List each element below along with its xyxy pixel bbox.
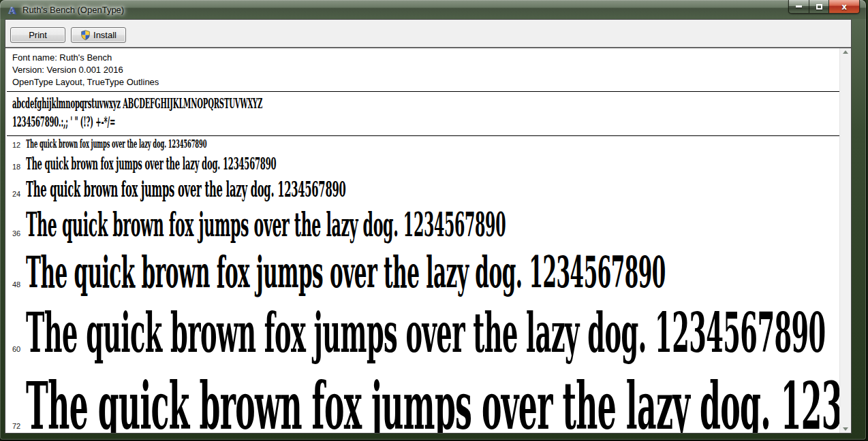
- minimize-icon: [796, 5, 802, 7]
- pangram-text: The quick brown fox jumps over the lazy …: [26, 154, 276, 174]
- scroll-up-icon[interactable]: [843, 50, 848, 54]
- sample-text: The quick brown fox jumps over the lazy …: [26, 368, 839, 433]
- sample-text: The quick brown fox jumps over the lazy …: [26, 176, 722, 202]
- pangram-text: The quick brown fox jumps over the lazy …: [26, 206, 506, 244]
- print-button[interactable]: Print: [10, 27, 65, 43]
- glyph-letters-text: abcdefghijklmnopqrstuvwxyz ABCDEFGHIJKLM…: [12, 95, 262, 113]
- svg-text:A: A: [10, 5, 17, 16]
- size-label: 12: [7, 141, 26, 149]
- sample-text: The quick brown fox jumps over the lazy …: [26, 301, 839, 365]
- font-viewer-icon: A A: [7, 4, 18, 16]
- sample-row: 24 The quick brown fox jumps over the la…: [7, 176, 839, 206]
- sample-row: 36 The quick brown fox jumps over the la…: [7, 206, 839, 246]
- pangram-text: The quick brown fox jumps over the lazy …: [26, 176, 345, 202]
- titlebar[interactable]: A A Ruth's Bench (OpenType) x: [0, 0, 866, 19]
- client-area: Print Install: [5, 19, 852, 434]
- sample-text: The quick brown fox jumps over the lazy …: [26, 246, 839, 297]
- desktop-background: A A Ruth's Bench (OpenType) x Print: [0, 0, 868, 441]
- size-label: 72: [7, 422, 26, 430]
- maximize-button[interactable]: [809, 0, 829, 14]
- close-button[interactable]: x: [829, 0, 860, 14]
- close-icon: x: [841, 3, 847, 11]
- sample-text: The quick brown fox jumps over the lazy …: [26, 154, 547, 174]
- pangram-text: The quick brown fox jumps over the lazy …: [26, 246, 666, 297]
- minimize-button[interactable]: [788, 0, 809, 14]
- sample-row: 12 The quick brown fox jumps over the la…: [7, 137, 839, 154]
- install-button[interactable]: Install: [71, 27, 126, 43]
- pangram-text: The quick brown fox jumps over the lazy …: [26, 368, 839, 433]
- sample-text: The quick brown fox jumps over the lazy …: [26, 137, 373, 150]
- size-label: 36: [7, 229, 26, 238]
- glyph-samples-section: abcdefghijklmnopqrstuvwxyz ABCDEFGHIJKLM…: [7, 92, 839, 136]
- glyph-letters-line: abcdefghijklmnopqrstuvwxyz ABCDEFGHIJKLM…: [12, 95, 839, 113]
- size-label: 48: [7, 280, 26, 289]
- size-label: 24: [7, 190, 26, 198]
- font-preview-pane: Font name: Ruth's Bench Version: Version…: [5, 48, 839, 433]
- uac-shield-icon: [80, 30, 91, 40]
- pangram-text: The quick brown fox jumps over the lazy …: [26, 301, 826, 365]
- sample-row: 72 The quick brown fox jumps over the la…: [7, 368, 839, 433]
- font-info-section: Font name: Ruth's Bench Version: Version…: [7, 50, 839, 92]
- pangram-text: The quick brown fox jumps over the lazy …: [26, 137, 206, 150]
- sample-row: 48 The quick brown fox jumps over the la…: [7, 246, 839, 301]
- size-label: 18: [7, 163, 26, 171]
- install-button-label: Install: [93, 30, 117, 40]
- font-layout-line: OpenType Layout, TrueType Outlines: [12, 76, 839, 88]
- glyph-numbers-text: 1234567890.:,; ' " (!?) +-*/=: [12, 113, 115, 131]
- font-viewer-window: A A Ruth's Bench (OpenType) x Print: [0, 0, 866, 440]
- glyph-numbers-line: 1234567890.:,; ' " (!?) +-*/=: [12, 113, 839, 131]
- sample-text: The quick brown fox jumps over the lazy …: [26, 206, 839, 244]
- font-name-line: Font name: Ruth's Bench: [12, 52, 839, 64]
- size-samples-section: 12 The quick brown fox jumps over the la…: [7, 136, 839, 433]
- window-controls: x: [788, 0, 860, 14]
- maximize-icon: [816, 4, 822, 10]
- sample-row: 18 The quick brown fox jumps over the la…: [7, 154, 839, 176]
- font-version-line: Version: Version 0.001 2016: [12, 64, 839, 76]
- sample-row: 60 The quick brown fox jumps over the la…: [7, 301, 839, 368]
- print-button-label: Print: [29, 30, 47, 40]
- vertical-scrollbar[interactable]: [839, 48, 851, 433]
- size-label: 60: [7, 345, 26, 353]
- window-title: Ruth's Bench (OpenType): [22, 5, 124, 15]
- scroll-down-icon[interactable]: [843, 427, 848, 431]
- toolbar: Print Install: [5, 20, 851, 48]
